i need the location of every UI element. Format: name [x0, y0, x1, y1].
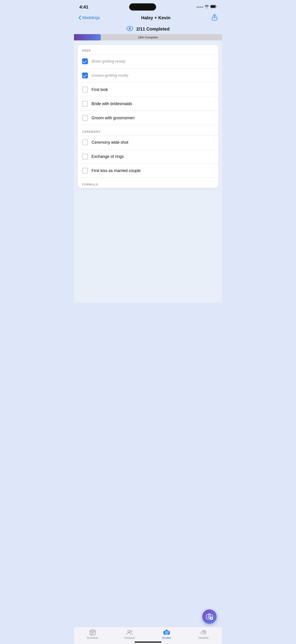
- wifi-icon: [204, 5, 209, 9]
- status-bar: 4:41: [74, 0, 222, 12]
- item-label-groom-groomsmen: Groom with groomsmen: [92, 116, 135, 120]
- list-item[interactable]: Ceremony wide shot: [78, 136, 218, 150]
- progress-bar: 18% Complete: [74, 34, 222, 40]
- status-icons: [197, 5, 217, 9]
- item-label-ceremony-wide: Ceremony wide shot: [92, 140, 128, 145]
- back-button[interactable]: Weddings: [78, 16, 100, 20]
- eye-icon: [127, 26, 133, 32]
- item-label-bride-bridesmaids: Bride with bridesmaids: [92, 102, 132, 106]
- list-item[interactable]: First kiss as married couple: [78, 164, 218, 178]
- item-label-bride-ready: Bride getting ready: [92, 59, 125, 64]
- checkbox-bride-ready[interactable]: [82, 58, 88, 64]
- item-label-groom-ready: Groom getting ready: [92, 73, 128, 78]
- checklist-card: PREP Bride getting ready Groom getting r…: [78, 45, 218, 188]
- battery-icon: [210, 5, 217, 9]
- checkbox-ceremony-wide[interactable]: [82, 140, 88, 145]
- item-label-first-look: First look: [92, 87, 108, 92]
- section-header-formals: FORMALS: [78, 178, 218, 188]
- checkbox-groom-groomsmen[interactable]: [82, 115, 88, 121]
- progress-label: 18% Complete: [74, 36, 222, 39]
- svg-point-4: [129, 28, 130, 29]
- nav-bar: Weddings Haley + Kevin: [74, 12, 222, 24]
- item-label-exchange-rings: Exchange of rings: [92, 154, 124, 159]
- checkbox-bride-bridesmaids[interactable]: [82, 101, 88, 107]
- item-label-first-kiss: First kiss as married couple: [92, 168, 141, 173]
- checkbox-exchange-rings[interactable]: [82, 154, 88, 160]
- checkbox-first-kiss[interactable]: [82, 168, 88, 174]
- main-content: PREP Bride getting ready Groom getting r…: [74, 40, 222, 303]
- signal-icon: [197, 6, 203, 8]
- checkbox-first-look[interactable]: [82, 87, 88, 92]
- status-time: 4:41: [79, 4, 88, 10]
- svg-rect-1: [211, 6, 215, 8]
- list-item[interactable]: Bride with bridesmaids: [78, 97, 218, 111]
- dynamic-island: [129, 3, 156, 10]
- checkbox-groom-ready[interactable]: [82, 72, 88, 78]
- section-header-prep: PREP: [78, 45, 218, 54]
- share-button[interactable]: [212, 14, 218, 22]
- list-item[interactable]: Exchange of rings: [78, 150, 218, 164]
- back-label: Weddings: [82, 16, 100, 20]
- completion-header: 2/11 Completed: [74, 24, 222, 34]
- list-item[interactable]: Groom getting ready: [78, 68, 218, 83]
- list-item[interactable]: First look: [78, 83, 218, 97]
- completion-text: 2/11 Completed: [136, 26, 169, 32]
- section-header-ceremony: CEREMONY: [78, 125, 218, 135]
- page-title: Haley + Kevin: [141, 15, 171, 20]
- list-item[interactable]: Groom with groomsmen: [78, 111, 218, 125]
- list-item[interactable]: Bride getting ready: [78, 54, 218, 68]
